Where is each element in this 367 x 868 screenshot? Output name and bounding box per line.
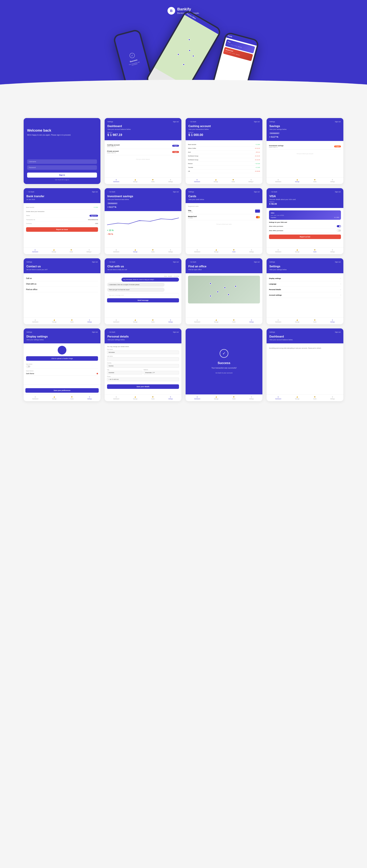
visa-back[interactable]: ← Go back [269, 191, 277, 193]
tx-row-1[interactable]: Bank transfer + $ 200 [188, 143, 260, 147]
save-preferences-button[interactable]: Save your preferences [25, 388, 99, 393]
nav-visa-dashboard[interactable]: ⊞Dashboard [275, 249, 281, 252]
nav-contact-savings[interactable]: 💰Savings [52, 319, 56, 322]
personal-country-select[interactable]: Gambia [107, 364, 179, 368]
nav-fo-settings[interactable]: ⚙Settings [249, 319, 254, 322]
card-list-visa[interactable]: Visa •••• 4721 [188, 208, 260, 214]
toggle-online[interactable]: Allow online purchases [269, 224, 341, 228]
toggle-offline-switch[interactable] [337, 229, 341, 231]
success-back-link[interactable]: Go back to your account [216, 372, 232, 374]
nav-pd-cards[interactable]: 💳Cards [151, 396, 154, 399]
bank-transfer-back[interactable]: ← Go back [26, 191, 34, 193]
nav-ds-savings[interactable]: 💰Savings [52, 396, 56, 399]
personal-signout[interactable]: Sign out [173, 331, 179, 333]
nav-chat-dashboard[interactable]: ⊞Dashboard [113, 319, 119, 322]
nav-ds-settings[interactable]: ⚙Settings [87, 396, 92, 399]
tx-row-2[interactable]: Mikes Coffee - $ 12.22 [188, 147, 260, 150]
nav-st-dashboard[interactable]: ⊞Dashboard [275, 319, 281, 322]
nav-savings-cards[interactable]: 💳Cards [313, 179, 316, 182]
nav-pd-dashboard[interactable]: ⊞Dashboard [113, 396, 119, 399]
report-lost-button[interactable]: Report as lost [269, 235, 341, 239]
find-office-signout[interactable]: Sign out [254, 261, 260, 263]
settings-account[interactable]: Account settings › [269, 292, 341, 298]
contact-call-us[interactable]: Call us [26, 276, 98, 281]
nav-cards-cards[interactable]: 💳Cards [232, 249, 235, 252]
dashboard-settings-link[interactable]: Settings [107, 121, 113, 123]
nav-cards-dashboard[interactable]: ⊞Dashboard [194, 249, 200, 252]
nav-cards[interactable]: 💳Cards [151, 179, 154, 182]
nav-chat-settings[interactable]: ⚙Settings [168, 319, 173, 322]
signin-button[interactable]: Sign in [27, 173, 97, 178]
contact-find-office[interactable]: Find an office [26, 287, 98, 292]
nav-contact-cards[interactable]: 💳Cards [70, 319, 74, 322]
nav-su-dashboard[interactable]: ⊞Dashboard [194, 396, 200, 399]
dark-theme-toggle[interactable] [26, 365, 30, 368]
settings-settings[interactable]: Settings [269, 261, 275, 263]
nav-ds-cards[interactable]: 💳Cards [70, 396, 74, 399]
nav-bt-settings[interactable]: ⚙Settings > [87, 249, 92, 252]
contact-chat-with-us[interactable]: Chat with us [26, 281, 98, 287]
nav-savings[interactable]: 💰Savings [133, 179, 137, 182]
nav-chat-cards[interactable]: 💳Cards [151, 319, 154, 322]
nav-inv-savings[interactable]: 💰Savings [133, 249, 137, 252]
nav-ds-dashboard[interactable]: ⊞Dashboard [32, 396, 38, 399]
nav-settings[interactable]: ⚙Settings [168, 179, 173, 182]
nav-dashboard[interactable]: ⊞Dashboard [113, 179, 119, 182]
nav-chat-savings[interactable]: 💰Savings [133, 319, 137, 322]
nav-st-cards[interactable]: 💳Cards [313, 319, 316, 322]
nav-er-dashboard[interactable]: ⊞Dashboard [275, 396, 281, 399]
nav-cashing-savings[interactable]: 💰Savings [214, 179, 218, 182]
nav-fo-cards[interactable]: 💳Cards [232, 319, 235, 322]
chat-input-field[interactable]: Type your message here [107, 293, 179, 297]
personal-address-input[interactable] [144, 371, 179, 374]
find-office-back[interactable]: ← Go back [188, 261, 196, 263]
nav-visa-cards[interactable]: 💳Cards [313, 249, 316, 252]
tx-row-7[interactable]: Transfer + $ 140 [188, 166, 260, 169]
toggle-online-switch[interactable] [337, 225, 341, 227]
display-settings-settings[interactable]: Settings [26, 331, 32, 333]
tx-row-4[interactable]: Northland Group - $ 14.44 [188, 154, 260, 158]
dashboard-signout-link[interactable]: Sign out [173, 121, 179, 123]
card-list-mastercard[interactable]: MasterCard •••• 6692 [188, 214, 260, 220]
nav-su-cards[interactable]: 💳Cards [232, 396, 235, 399]
nav-bt-cards[interactable]: 💳Cards [70, 249, 73, 252]
save-details-button[interactable]: Save your details [107, 384, 179, 389]
cashing-signout[interactable]: Sign out [254, 121, 260, 123]
investment-signout[interactable]: Sign out [173, 191, 179, 193]
nav-visa-savings[interactable]: 💰Savings [295, 249, 300, 252]
nav-inv-cards[interactable]: 💳Cards [151, 249, 154, 252]
nav-savings-settings[interactable]: ⚙Settings [330, 179, 335, 182]
account-row-1[interactable]: Cashing account 0000-4789-71 5 open [107, 143, 179, 149]
nav-bt-dashboard[interactable]: ⊞Dashboard [32, 249, 38, 252]
nav-fo-dashboard[interactable]: ⊞Dashboard [194, 319, 200, 322]
nav-er-settings[interactable]: ⚙Settings [330, 396, 335, 399]
upload-avatar-button[interactable]: Click to upload a header image [26, 356, 98, 361]
nav-pd-savings[interactable]: 💰Savings [133, 396, 137, 399]
nav-er-cards[interactable]: 💳Cards [313, 396, 316, 399]
savings-account-row[interactable]: Investment savings 0000-4789-71 5 open [269, 144, 341, 150]
send-message-button[interactable]: Send message [107, 298, 179, 302]
nav-bt-savings[interactable]: 💰Savings [52, 249, 56, 252]
nav-pd-settings[interactable]: ⚙Settings [168, 396, 173, 399]
nav-cards-settings[interactable]: ⚙Settings [249, 249, 254, 252]
error-signout[interactable]: Sign out [335, 331, 341, 333]
personal-back[interactable]: ← Go back [107, 331, 115, 333]
nav-visa-settings[interactable]: ⚙Settings [330, 249, 335, 252]
tx-row-8[interactable]: UB - $ 29.99 [188, 169, 260, 173]
nav-contact-dashboard[interactable]: ⊞Dashboard [32, 319, 38, 322]
password-field[interactable]: Password [27, 165, 97, 170]
settings-personal[interactable]: Personal details › [269, 287, 341, 292]
contact-signout[interactable]: Sign out [92, 261, 98, 263]
report-issue-button[interactable]: Report an issue [26, 227, 98, 232]
display-settings-signout[interactable]: Sign out [92, 331, 98, 333]
savings-settings-link[interactable]: Settings [269, 121, 275, 123]
nav-er-savings[interactable]: 💰Savings [295, 396, 300, 399]
nav-st-settings[interactable]: ⚙Settings [330, 319, 335, 322]
tx-row-5[interactable]: Northland Group - $ 14.44 [188, 158, 260, 162]
visa-signout[interactable]: Sign out [335, 191, 341, 193]
nav-contact-settings[interactable]: ⚙Settings [87, 319, 92, 322]
settings-signout[interactable]: Sign out [335, 261, 341, 263]
nav-cashing-settings[interactable]: ⚙Settings > [249, 179, 254, 182]
chat-signout[interactable]: Sign out [173, 261, 179, 263]
tx-row-3[interactable]: Axel - $ 9.11 [188, 150, 260, 154]
